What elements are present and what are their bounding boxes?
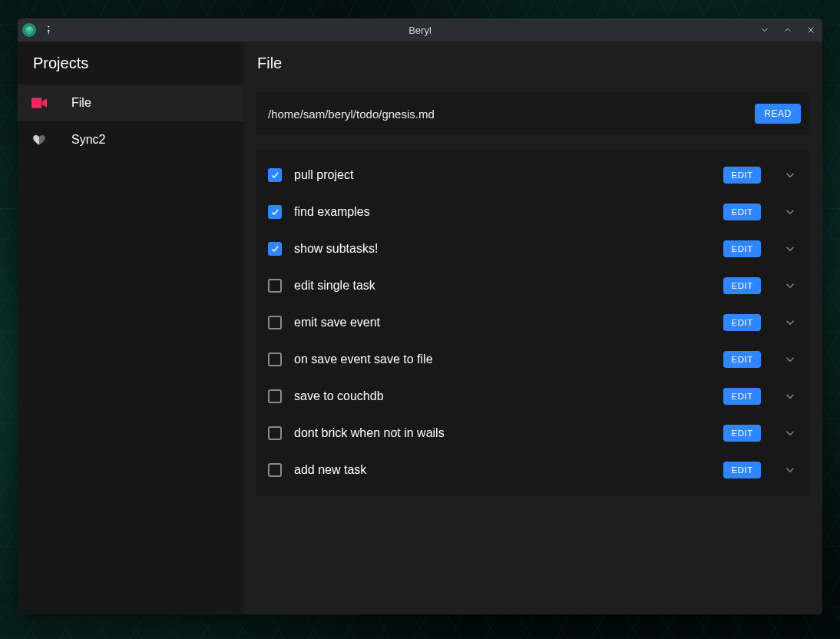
task-label: find examples [294,205,711,219]
edit-button[interactable]: EDIT [723,388,761,405]
task-checkbox[interactable] [268,242,282,256]
task-list: pull projectEDITfind examplesEDITshow su… [256,149,810,496]
task-label: pull project [294,168,711,182]
edit-button[interactable]: EDIT [723,425,761,442]
sidebar: Projects FileSync2 [18,41,243,614]
sidebar-header: Projects [18,41,243,84]
task-row: on save event save to fileEDIT [256,341,810,378]
video-icon [31,98,47,108]
edit-button[interactable]: EDIT [723,167,761,184]
task-checkbox[interactable] [268,168,282,182]
task-row: find examplesEDIT [256,194,810,230]
window-title: Beryl [18,25,822,36]
task-checkbox[interactable] [268,279,282,293]
heart-icon [31,133,47,147]
task-label: on save event save to file [294,353,711,366]
chevron-down-icon[interactable] [781,240,799,258]
main-header: File [243,41,822,84]
edit-button[interactable]: EDIT [723,240,761,257]
task-label: dont brick when not in wails [294,426,711,440]
task-row: emit save eventEDIT [256,304,810,341]
edit-button[interactable]: EDIT [723,204,761,220]
task-row: save to couchdbEDIT [256,378,810,415]
edit-button[interactable]: EDIT [723,462,761,478]
read-button[interactable]: READ [755,104,801,124]
task-row: add new taskEDIT [256,452,810,488]
titlebar[interactable]: Beryl [18,18,822,41]
task-checkbox[interactable] [268,353,282,366]
task-label: emit save event [294,316,711,329]
sidebar-item-sync2[interactable]: Sync2 [18,121,243,158]
task-row: dont brick when not in wailsEDIT [256,415,810,452]
main-panel: File /home/sam/beryl/todo/gnesis.md READ… [243,41,822,614]
svg-rect-2 [31,98,41,108]
project-list: FileSync2 [18,84,243,158]
file-bar: /home/sam/beryl/todo/gnesis.md READ [256,92,810,135]
task-checkbox[interactable] [268,316,282,329]
task-label: show subtasks! [294,242,711,256]
sidebar-item-label: Sync2 [71,133,105,147]
chevron-down-icon[interactable] [781,424,799,442]
sidebar-item-file[interactable]: File [18,84,243,121]
task-label: add new task [294,463,711,477]
chevron-down-icon[interactable] [781,461,799,479]
task-label: save to couchdb [294,389,711,403]
app-icon [22,23,36,37]
maximize-button[interactable] [781,23,795,37]
edit-button[interactable]: EDIT [723,351,761,368]
file-path-input[interactable]: /home/sam/beryl/todo/gnesis.md [268,108,746,121]
chevron-down-icon[interactable] [781,350,799,369]
edit-button[interactable]: EDIT [723,277,761,294]
close-button[interactable] [804,23,818,37]
task-row: pull projectEDIT [256,157,810,194]
task-checkbox[interactable] [268,389,282,403]
chevron-down-icon[interactable] [781,203,799,221]
task-checkbox[interactable] [268,205,282,219]
pin-icon[interactable] [42,24,53,37]
chevron-down-icon[interactable] [781,387,799,406]
task-checkbox[interactable] [268,463,282,477]
task-checkbox[interactable] [268,426,282,440]
chevron-down-icon[interactable] [781,166,799,184]
chevron-down-icon[interactable] [781,276,799,295]
sidebar-item-label: File [71,96,91,110]
task-label: edit single task [294,279,711,293]
chevron-down-icon[interactable] [781,313,799,332]
app-window: Beryl Projects FileSync2 File /home/sam/… [18,18,822,614]
edit-button[interactable]: EDIT [723,314,761,331]
task-row: show subtasks!EDIT [256,230,810,267]
task-row: edit single taskEDIT [256,267,810,304]
minimize-button[interactable] [758,23,772,37]
